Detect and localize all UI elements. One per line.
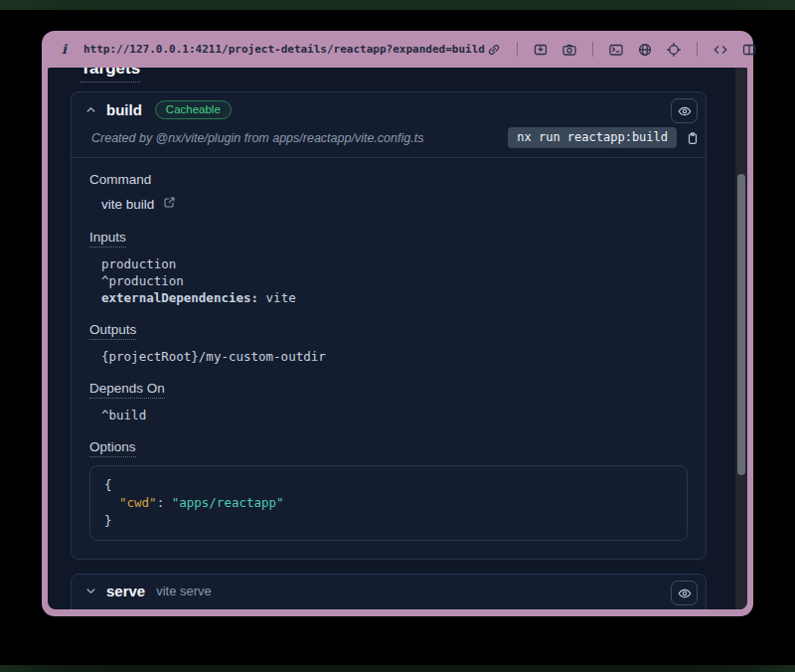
view-details-button[interactable] [671,98,698,123]
target-name: serve [106,583,145,599]
toolbar-actions [485,41,758,59]
outputs-section: Outputs {projectRoot}/my-custom-outdir [89,320,688,365]
inputs-label[interactable]: Inputs [89,230,126,248]
split-panel-icon[interactable] [740,41,758,59]
build-card-subheader: Created by @nx/vite/plugin from apps/rea… [72,125,706,157]
cacheable-badge: Cacheable [155,100,232,119]
project-details-content: Targets build Cacheable Created by @nx/v… [48,68,735,609]
run-command-chip: nx run reactapp:build [508,127,677,148]
browser-window: i http://127.0.0.1:4211/project-details/… [42,31,753,616]
page-viewport: Targets build Cacheable Created by @nx/v… [48,68,747,609]
output-item: {projectRoot}/my-custom-outdir [101,348,688,365]
build-card-header[interactable]: build Cacheable [72,92,706,125]
depends-on-label[interactable]: Depends On [89,381,165,399]
target-name: build [106,101,142,118]
camera-icon[interactable] [560,41,578,59]
input-item: ^production [101,272,688,289]
crosshair-icon[interactable] [665,41,683,59]
chevron-down-icon[interactable] [85,586,96,596]
options-json-block: { "cwd": "apps/reactapp" } [89,465,688,541]
scrollbar-thumb[interactable] [737,174,745,475]
desktop-background-top [0,0,795,10]
globe-icon[interactable] [636,41,654,59]
json-cwd-line: "cwd": "apps/reactapp" [104,494,673,512]
save-frame-icon[interactable] [532,41,550,59]
build-card-body: Command vite build Inputs production [72,157,706,559]
input-item: externalDependencies: vite [101,289,688,306]
scrollbar-track[interactable] [735,68,747,609]
json-close-brace: } [104,512,673,530]
serve-card-header[interactable]: serve vite serve [72,575,706,605]
toolbar-separator [592,42,593,57]
depends-on-section: Depends On ^build [89,379,688,423]
toolbar-separator [517,42,518,57]
options-section: Options { "cwd": "apps/reactapp" } [89,437,688,541]
target-card-serve: serve vite serve [71,574,707,609]
chevron-up-icon[interactable] [85,104,96,115]
code-icon[interactable] [712,41,729,59]
link-icon[interactable] [485,41,503,59]
target-card-build: build Cacheable Created by @nx/vite/plug… [71,91,707,560]
view-details-button[interactable] [671,581,698,605]
inputs-section: Inputs production ^production externalDe… [89,228,688,306]
input-item: production [101,255,688,272]
created-by-text: Created by @nx/vite/plugin from apps/rea… [91,131,423,145]
url-bar[interactable]: http://127.0.0.1:4211/project-details/re… [83,43,485,56]
desktop-background-bottom [0,665,795,672]
copy-icon[interactable] [686,131,700,145]
terminal-icon[interactable] [607,41,625,59]
options-label[interactable]: Options [89,439,136,457]
info-icon: i [62,42,67,57]
command-label: Command [89,172,151,187]
depends-on-item: ^build [101,407,688,423]
command-section: Command vite build [89,170,688,212]
serve-command-text: vite serve [156,584,212,598]
targets-heading[interactable]: Targets [80,68,140,83]
command-value: vite build [101,197,154,212]
browser-toolbar: i http://127.0.0.1:4211/project-details/… [42,31,753,68]
json-open-brace: { [104,476,673,494]
external-link-icon[interactable] [163,196,176,212]
outputs-label[interactable]: Outputs [89,322,136,340]
toolbar-separator [697,42,698,57]
